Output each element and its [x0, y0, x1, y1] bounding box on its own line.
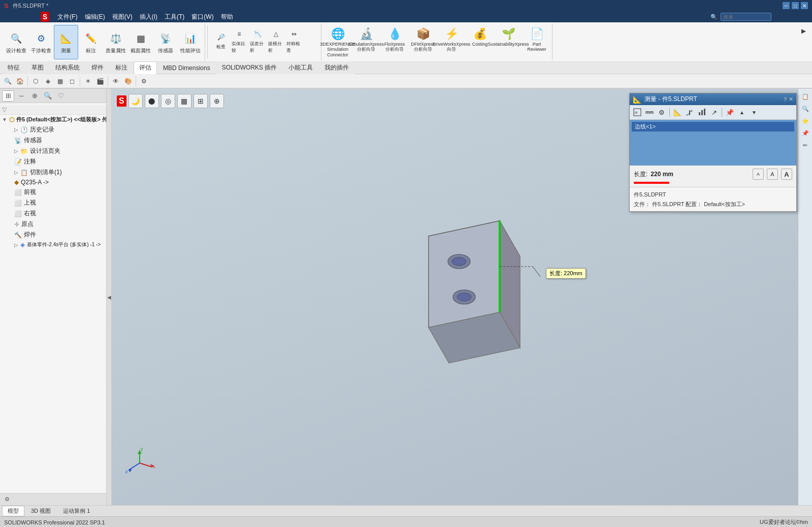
menu-window[interactable]: 窗口(W): [188, 12, 216, 22]
mp-up-btn[interactable]: ▲: [736, 107, 748, 118]
view-display-btn[interactable]: ◈: [42, 76, 53, 87]
view-hide-show-btn[interactable]: 👁: [110, 76, 121, 87]
mp-settings-btn[interactable]: ⚙: [656, 107, 667, 118]
tab-structure[interactable]: 结构系统: [50, 61, 85, 74]
tool-3dexperience[interactable]: 🌐 3DEXPERIENCESimulationConnector: [324, 25, 351, 59]
tool-zebra[interactable]: ▤ 斑马条纹: [248, 58, 267, 61]
tool-symmetry-check[interactable]: ⇔ 对称检查: [285, 23, 303, 58]
vt-cross-icon[interactable]: ⊞: [193, 94, 208, 108]
tab-evaluate[interactable]: 评估: [134, 61, 157, 74]
tree-item-weldment[interactable]: 🔨 焊件: [0, 229, 106, 240]
tool-driveworksxpress[interactable]: ⚡ DriveWorksXpress向导: [438, 25, 465, 59]
sw-s-icon[interactable]: S: [117, 95, 126, 107]
mp-font-medium[interactable]: A: [767, 169, 778, 180]
tree-item-history[interactable]: ▷ 🕐 历史记录: [0, 124, 106, 135]
mp-font-small[interactable]: A: [753, 169, 764, 180]
menu-insert[interactable]: 插入(I): [137, 12, 160, 22]
tool-undercut[interactable]: ◿ 底切分析: [285, 58, 303, 61]
panel-collapse-handle[interactable]: ◀: [107, 89, 112, 505]
vt-circle-icon[interactable]: ◎: [161, 94, 175, 108]
tool-simulationxpress[interactable]: 🔬 SimulationXpress分析向导: [353, 25, 379, 59]
mp-unit-btn[interactable]: in: [632, 107, 643, 118]
mp-mm-btn[interactable]: mm: [644, 107, 655, 118]
tool-measure[interactable]: 📐 测量: [54, 25, 78, 59]
tab-weld[interactable]: 焊件: [86, 61, 109, 74]
close-button[interactable]: ✕: [801, 2, 808, 9]
tree-item-sensor[interactable]: 📡 传感器: [0, 135, 106, 146]
lp-settings-btn[interactable]: ⚙: [2, 495, 12, 504]
menu-tools[interactable]: 工具(T): [161, 12, 187, 22]
search-mini-btn[interactable]: 🔍: [2, 76, 13, 87]
tool-interference-check[interactable]: ⚙ 干涉检查: [29, 25, 53, 59]
rs-btn-5[interactable]: ✏: [800, 140, 811, 151]
menu-edit[interactable]: 编辑(E): [82, 12, 108, 22]
tab-my-plugins[interactable]: 我的插件: [319, 61, 354, 74]
mp-project-btn[interactable]: ↗: [708, 107, 720, 118]
lp-tab-feature-tree[interactable]: ⊞: [2, 90, 14, 102]
tool-design-check[interactable]: 🔍 设计检查: [4, 25, 28, 59]
home-mini-btn[interactable]: 🏠: [14, 76, 25, 87]
tool-sustainabilityxpress[interactable]: 🌱 SustainabilityXpress: [495, 25, 522, 59]
bt-tab-motion[interactable]: 运动算例 1: [57, 506, 95, 516]
rs-btn-1[interactable]: 📋: [800, 91, 811, 102]
rs-btn-3[interactable]: ⭐: [800, 115, 811, 126]
tool-geometry[interactable]: ◯ 几何体分析: [230, 58, 248, 61]
vt-apps-icon[interactable]: ⊕: [210, 94, 224, 108]
vt-dot-icon[interactable]: ⬤: [145, 94, 159, 108]
lp-tab-properties[interactable]: ↔: [15, 90, 27, 102]
tree-item-right-view[interactable]: ⬜ 右视: [0, 208, 106, 219]
vt-grid-icon[interactable]: ▦: [177, 94, 191, 108]
tool-annotation[interactable]: ✏️ 标注: [79, 25, 103, 59]
tool-thickness[interactable]: ⬛ 厚度分析: [267, 58, 285, 61]
tab-sketch[interactable]: 草图: [26, 61, 49, 74]
measure-help-btn[interactable]: ?: [784, 96, 787, 103]
bt-tab-3d-view[interactable]: 3D 视图: [25, 506, 56, 516]
mp-pin-btn[interactable]: 📌: [724, 107, 735, 118]
rs-btn-4[interactable]: 📌: [800, 127, 811, 139]
tool-performance[interactable]: 📊 性能评估: [178, 25, 203, 59]
toolbar-arrow-btn[interactable]: ▶: [798, 25, 809, 37]
tree-root-item[interactable]: ▼ ⬡ 件5 (Default<按加工>) <<组装板> 外>: [0, 115, 106, 124]
tool-part-reviewer[interactable]: 📄 PartReviewer: [524, 25, 550, 59]
tab-mbd[interactable]: MBD Dimensions: [157, 62, 216, 74]
tool-error-analysis[interactable]: 📉 误差分析: [248, 23, 267, 58]
lp-tab-config[interactable]: ⊕: [28, 90, 41, 102]
mp-down-btn[interactable]: ▼: [749, 107, 760, 118]
view-scene-btn[interactable]: 🎬: [94, 76, 106, 87]
tool-solid-compare[interactable]: ≡ 实体比较: [230, 23, 248, 58]
tab-annotation[interactable]: 标注: [110, 61, 133, 74]
tool-sensor[interactable]: 📡 传感器: [153, 25, 178, 59]
tab-features[interactable]: 特征: [2, 61, 25, 74]
vt-moon-icon[interactable]: 🌙: [128, 94, 143, 108]
lp-tab-appearance[interactable]: ♡: [55, 90, 67, 102]
rs-btn-2[interactable]: 🔍: [800, 103, 811, 114]
mp-xyz-btn[interactable]: x z: [684, 107, 695, 118]
minimize-button[interactable]: ─: [783, 2, 790, 9]
tree-item-base-part[interactable]: ▷ ◈ 基体零件-2.4s平台 (多实体) -1 ->: [0, 240, 106, 249]
mp-font-large[interactable]: A: [781, 169, 792, 180]
measure-list-item-edge1[interactable]: 边线<1>: [632, 122, 794, 131]
tool-check-active[interactable]: 🔦 检查激活的文档: [212, 58, 230, 61]
tool-floxpress[interactable]: 💧 FloXpress分析向导: [381, 25, 408, 59]
tool-check[interactable]: 🔎 检查: [212, 23, 230, 58]
tree-item-cut-list[interactable]: ▷ 📋 切割清单(1): [0, 167, 106, 178]
tab-xpert-tools[interactable]: 小能工具: [283, 61, 318, 74]
measure-close-btn[interactable]: ✕: [789, 96, 793, 103]
view-appearances-btn[interactable]: 🎨: [122, 76, 134, 87]
tree-item-material[interactable]: ◆ Q235-A ->: [0, 178, 106, 187]
tab-sw-plugins[interactable]: SOLIDWORKS 插件: [216, 61, 283, 74]
bt-tab-model[interactable]: 模型: [2, 506, 24, 516]
view-orientation-btn[interactable]: ⬡: [30, 76, 41, 87]
mp-measure-btn[interactable]: 📐: [672, 107, 683, 118]
search-input[interactable]: [721, 13, 771, 21]
mp-stats-btn[interactable]: [696, 107, 707, 118]
tree-item-origin[interactable]: ✛ 原点: [0, 219, 106, 229]
maximize-button[interactable]: □: [792, 2, 799, 9]
menu-view[interactable]: 视图(V): [109, 12, 136, 22]
view-lighting-btn[interactable]: ☀: [82, 76, 93, 87]
tree-item-annotations[interactable]: 📝 注释: [0, 156, 106, 167]
tree-item-front-view[interactable]: ⬜ 前视: [0, 187, 106, 197]
view-sections-btn[interactable]: ▦: [54, 76, 66, 87]
lp-tab-display[interactable]: 🔍: [42, 90, 54, 102]
view-3d-btn[interactable]: ◻: [67, 76, 78, 87]
